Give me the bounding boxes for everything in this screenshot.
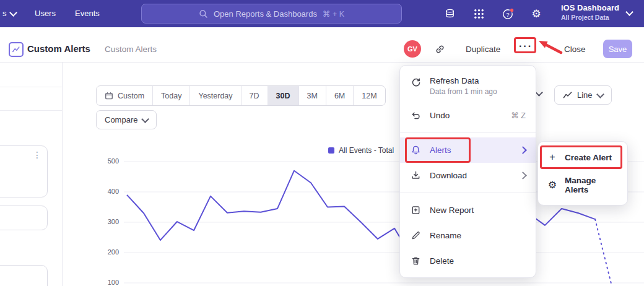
data-management-icon[interactable] xyxy=(443,7,456,20)
range-12m[interactable]: 12M xyxy=(353,86,385,105)
nav-partial-label: s xyxy=(2,9,7,18)
chart-type-button[interactable]: Line xyxy=(554,85,612,105)
page-title: Custom Alerts xyxy=(27,43,90,54)
nav-item-events[interactable]: Events xyxy=(75,9,100,18)
menu-item-label: Refresh Data xyxy=(430,76,497,85)
range-yesterday[interactable]: Yesterday xyxy=(189,86,240,105)
menu-item-refresh-data[interactable]: Refresh Data Data from 1 min ago xyxy=(400,69,536,103)
menu-item-download[interactable]: Download xyxy=(400,163,536,188)
chevron-down-icon xyxy=(596,90,604,98)
project-chevron-down-icon xyxy=(625,8,633,16)
breadcrumb: Custom Alerts xyxy=(105,45,157,54)
report-type-icon xyxy=(9,42,24,57)
y-axis-tick: 500 xyxy=(97,157,119,165)
submenu-item-manage-alerts[interactable]: ⚙ Manage Alerts xyxy=(538,169,627,201)
submenu-item-create-alert[interactable]: + Create Alert xyxy=(538,145,627,169)
settings-gear-icon[interactable]: ⚙ xyxy=(529,7,543,20)
avatar[interactable]: GV xyxy=(404,40,421,58)
menu-item-rename[interactable]: Rename xyxy=(400,223,536,248)
download-icon xyxy=(410,170,422,181)
top-navbar: s Users Events Open Reports & Dashboards… xyxy=(0,0,644,27)
submenu-arrow-icon xyxy=(519,146,527,154)
calendar-icon xyxy=(105,91,113,100)
compare-button[interactable]: Compare xyxy=(96,110,157,129)
menu-divider xyxy=(400,132,536,133)
menu-item-alerts[interactable]: Alerts xyxy=(400,137,536,163)
chevron-down-icon xyxy=(142,115,150,123)
range-6m[interactable]: 6M xyxy=(326,86,353,105)
range-today[interactable]: Today xyxy=(152,86,189,105)
legend-swatch xyxy=(328,147,334,154)
help-icon[interactable]: ? xyxy=(501,7,515,20)
chart-legend[interactable]: All Events - Total xyxy=(328,146,394,155)
apps-grid-icon[interactable] xyxy=(472,7,485,20)
search-icon xyxy=(199,9,208,19)
more-dots-icon: ··· xyxy=(519,41,533,51)
nav-item-boards-partial[interactable]: s xyxy=(2,9,16,18)
alerts-submenu: + Create Alert ⚙ Manage Alerts xyxy=(537,141,628,206)
submenu-arrow-icon xyxy=(519,171,527,180)
annotation-arrow xyxy=(530,35,568,59)
y-axis-tick: 100 xyxy=(97,279,119,286)
range-label: Custom xyxy=(118,92,144,100)
search-shortcut: ⌘ + K xyxy=(323,9,344,19)
range-7d[interactable]: 7D xyxy=(241,86,268,105)
svg-text:?: ? xyxy=(506,11,509,17)
trash-icon xyxy=(410,255,422,267)
chevron-down-icon xyxy=(9,9,17,17)
menu-item-delete[interactable]: Delete xyxy=(400,248,536,274)
menu-item-label: Download xyxy=(430,171,467,180)
chart-type-label: Line xyxy=(577,90,593,100)
y-axis-tick: 400 xyxy=(97,188,119,195)
menu-item-label: Rename xyxy=(430,231,461,240)
report-header: Custom Alerts Custom Alerts GV Duplicate… xyxy=(0,27,644,63)
range-custom[interactable]: Custom xyxy=(97,86,152,105)
project-scope: All Project Data xyxy=(561,14,619,21)
more-options-menu: Refresh Data Data from 1 min ago Undo ⌘ … xyxy=(399,65,536,278)
gear-icon: ⚙ xyxy=(547,180,558,190)
duplicate-button[interactable]: Duplicate xyxy=(466,45,500,54)
range-3m[interactable]: 3M xyxy=(298,86,326,105)
refresh-icon xyxy=(410,77,422,89)
undo-icon xyxy=(410,110,422,121)
bell-icon xyxy=(410,144,422,156)
date-range-control: Custom Today Yesterday 7D 30D 3M 6M 12M xyxy=(96,85,386,106)
nav-item-users[interactable]: Users xyxy=(35,9,56,18)
project-name: iOS Dashboard xyxy=(561,3,619,12)
more-options-button[interactable]: ··· xyxy=(519,41,533,52)
close-button[interactable]: Close xyxy=(564,45,586,54)
menu-divider xyxy=(400,193,536,193)
compare-label: Compare xyxy=(105,115,137,124)
submenu-item-label: Create Alert xyxy=(565,153,612,162)
menu-item-new-report[interactable]: New Report xyxy=(400,197,536,223)
line-chart-icon xyxy=(563,90,572,100)
pencil-icon xyxy=(410,230,422,241)
menu-item-sublabel: Data from 1 min ago xyxy=(430,87,497,96)
submenu-item-label: Manage Alerts xyxy=(565,176,619,194)
plus-icon: + xyxy=(547,152,558,162)
copy-link-icon[interactable] xyxy=(435,44,445,54)
save-button[interactable]: Save xyxy=(603,40,632,58)
global-search-bar[interactable]: Open Reports & Dashboards ⌘ + K xyxy=(141,4,402,24)
menu-item-label: Delete xyxy=(430,256,454,266)
y-axis-tick: 300 xyxy=(97,218,119,225)
app-screen: s Users Events Open Reports & Dashboards… xyxy=(0,0,644,286)
range-30d-selected[interactable]: 30D xyxy=(268,86,298,105)
menu-item-shortcut: ⌘ Z xyxy=(511,111,526,120)
legend-label: All Events - Total xyxy=(339,146,394,155)
y-axis-tick: 200 xyxy=(97,248,119,256)
menu-item-label: Undo xyxy=(430,111,450,120)
search-placeholder: Open Reports & Dashboards xyxy=(214,9,317,19)
menu-item-undo[interactable]: Undo ⌘ Z xyxy=(400,103,536,128)
project-selector[interactable]: iOS Dashboard All Project Data xyxy=(561,3,619,21)
new-report-icon xyxy=(410,204,422,216)
menu-item-label: New Report xyxy=(430,206,474,215)
menu-item-label: Alerts xyxy=(430,145,451,155)
